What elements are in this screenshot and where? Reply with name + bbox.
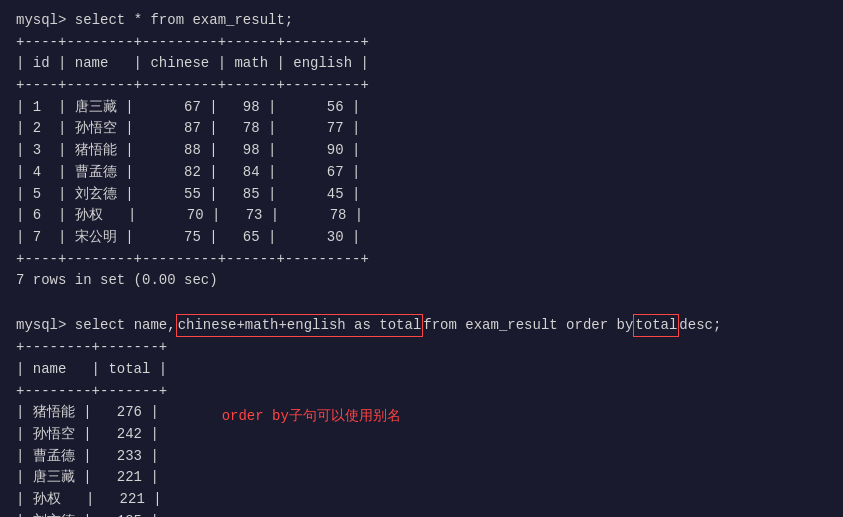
- query2-pre: select name,: [75, 315, 176, 337]
- query2-post: desc;: [679, 315, 721, 337]
- table-row: | 唐三藏 | 221 |: [16, 467, 162, 489]
- table-row: | 曹孟德 | 233 |: [16, 446, 162, 468]
- query2-highlight1: chinese+math+english as total: [176, 314, 424, 338]
- table-row: | 3 | 猪悟能 | 88 | 98 | 90 |: [16, 140, 827, 162]
- query2-line: mysql> select name, chinese+math+english…: [16, 314, 827, 338]
- query1-cmd: [66, 12, 74, 28]
- table-row: | 4 | 曹孟德 | 82 | 84 | 67 |: [16, 162, 827, 184]
- table-row: | 猪悟能 | 276 |: [16, 402, 162, 424]
- table-row: | 7 | 宋公明 | 75 | 65 | 30 |: [16, 227, 827, 249]
- sep-top1: +----+--------+---------+------+--------…: [16, 32, 827, 54]
- sep-mid2: +--------+-------+: [16, 381, 827, 403]
- table-row: | 孙权 | 221 |: [16, 489, 162, 511]
- header1: | id | name | chinese | math | english |: [16, 53, 827, 75]
- header2: | name | total |: [16, 359, 827, 381]
- table-row: | 刘玄德 | 185 |: [16, 511, 162, 517]
- result1: 7 rows in set (0.00 sec): [16, 270, 827, 292]
- table-row: | 2 | 孙悟空 | 87 | 78 | 77 |: [16, 118, 827, 140]
- query2-mid: from exam_result order by: [423, 315, 633, 337]
- table2-body: | 猪悟能 | 276 | | 孙悟空 | 242 | | 曹孟德 | 233 …: [16, 402, 162, 517]
- table-row: | 6 | 孙权 | 70 | 73 | 78 |: [16, 205, 827, 227]
- table-row: | 孙悟空 | 242 |: [16, 424, 162, 446]
- annotation-container: order by子句可以使用别名: [222, 406, 401, 428]
- terminal: mysql> select * from exam_result; +----+…: [16, 10, 827, 517]
- table-row: | 5 | 刘玄德 | 55 | 85 | 45 |: [16, 184, 827, 206]
- table-row: | 1 | 唐三藏 | 67 | 98 | 56 |: [16, 97, 827, 119]
- prompt2: mysql>: [16, 315, 66, 337]
- query2-highlight2: total: [633, 314, 679, 338]
- annotation-text: order by子句可以使用别名: [222, 408, 401, 424]
- prompt1: mysql>: [16, 12, 66, 28]
- result2-section: | 猪悟能 | 276 | | 孙悟空 | 242 | | 曹孟德 | 233 …: [16, 402, 827, 517]
- sep-top2: +--------+-------+: [16, 337, 827, 359]
- sep-bot1: +----+--------+---------+------+--------…: [16, 249, 827, 271]
- query2-space: [66, 315, 74, 337]
- sep-mid1: +----+--------+---------+------+--------…: [16, 75, 827, 97]
- query1-text: select * from exam_result;: [75, 12, 293, 28]
- query1-line: mysql> select * from exam_result;: [16, 10, 827, 32]
